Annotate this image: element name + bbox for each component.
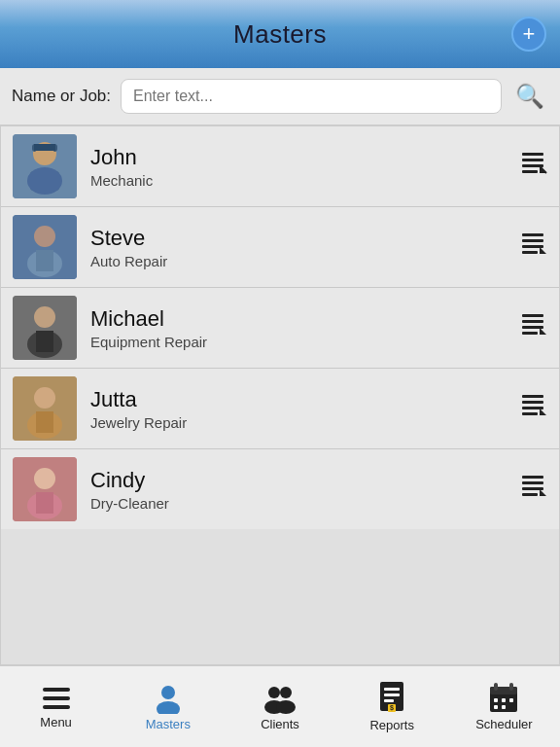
header: Masters + <box>0 0 560 68</box>
person-icon <box>153 683 184 714</box>
group-icon <box>262 683 298 714</box>
report-icon: $ <box>378 682 405 715</box>
svg-rect-49 <box>43 688 70 692</box>
svg-rect-35 <box>522 395 543 398</box>
svg-rect-28 <box>522 326 543 329</box>
edit-icon[interactable] <box>518 230 547 266</box>
svg-rect-70 <box>509 698 513 702</box>
svg-marker-39 <box>540 409 546 415</box>
svg-rect-66 <box>494 683 498 691</box>
page-title: Masters <box>233 19 327 50</box>
svg-marker-48 <box>540 489 546 496</box>
nav-item-scheduler[interactable]: Scheduler <box>448 666 560 747</box>
svg-rect-29 <box>522 332 538 335</box>
svg-rect-44 <box>522 476 543 479</box>
add-master-button[interactable]: + <box>511 17 546 52</box>
svg-rect-46 <box>522 487 543 490</box>
nav-label-scheduler: Scheduler <box>475 717 533 731</box>
magnify-icon: 🔍 <box>515 83 544 110</box>
master-role: Dry-Cleaner <box>90 495 510 512</box>
masters-list: John Mechanic <box>0 125 560 665</box>
svg-rect-34 <box>36 411 53 433</box>
master-info: Steve Auto Repair <box>90 226 510 269</box>
calendar-icon <box>488 683 519 714</box>
svg-rect-18 <box>522 239 543 242</box>
svg-point-54 <box>268 687 280 698</box>
master-info: Michael Equipment Repair <box>90 306 510 350</box>
svg-rect-6 <box>34 144 55 151</box>
list-item[interactable]: John Mechanic <box>1 126 559 207</box>
menu-icon <box>41 685 72 712</box>
list-item[interactable]: Cindy Dry-Cleaner <box>1 449 559 529</box>
master-name: Steve <box>90 226 510 251</box>
edit-icon[interactable] <box>518 391 547 427</box>
svg-marker-30 <box>540 328 546 335</box>
master-info: Jutta Jewelry Repair <box>90 387 510 431</box>
svg-point-23 <box>34 306 55 328</box>
search-label: Name or Job: <box>12 87 111 106</box>
nav-item-clients[interactable]: Clients <box>224 666 335 747</box>
master-name: Michael <box>90 306 510 332</box>
master-name: Jutta <box>90 387 510 412</box>
svg-rect-59 <box>384 688 400 691</box>
edit-icon[interactable] <box>518 310 547 346</box>
master-role: Jewelry Repair <box>90 414 510 431</box>
svg-point-56 <box>280 687 292 698</box>
master-role: Mechanic <box>90 172 510 189</box>
svg-rect-10 <box>522 170 538 173</box>
master-info: Cindy Dry-Cleaner <box>90 468 510 512</box>
nav-label-clients: Clients <box>261 717 299 731</box>
plus-icon: + <box>523 23 536 45</box>
svg-rect-67 <box>509 683 513 691</box>
svg-rect-25 <box>36 331 53 352</box>
svg-rect-47 <box>522 493 538 496</box>
list-item[interactable]: Steve Auto Repair <box>1 207 559 288</box>
svg-rect-36 <box>522 401 543 404</box>
nav-item-masters[interactable]: Masters <box>112 666 224 747</box>
svg-rect-38 <box>522 412 538 415</box>
search-bar: Name or Job: 🔍 <box>0 68 560 125</box>
svg-text:$: $ <box>390 704 394 712</box>
list-item[interactable]: Jutta Jewelry Repair <box>1 369 559 449</box>
svg-rect-20 <box>522 251 538 254</box>
nav-label-masters: Masters <box>146 717 191 731</box>
svg-point-52 <box>161 686 175 699</box>
svg-rect-72 <box>502 705 506 709</box>
svg-point-41 <box>34 468 55 489</box>
svg-rect-8 <box>522 159 543 161</box>
avatar <box>13 376 77 441</box>
avatar <box>13 296 77 360</box>
master-name: John <box>90 145 510 170</box>
svg-point-57 <box>276 700 296 714</box>
svg-rect-45 <box>522 481 543 484</box>
svg-rect-69 <box>502 698 506 702</box>
svg-rect-37 <box>522 407 543 409</box>
avatar <box>13 134 77 198</box>
edit-icon[interactable] <box>518 472 547 508</box>
edit-icon[interactable] <box>518 149 547 185</box>
search-button[interactable]: 🔍 <box>511 78 548 115</box>
svg-rect-7 <box>522 153 543 156</box>
svg-rect-60 <box>384 694 400 696</box>
svg-rect-61 <box>384 699 394 702</box>
svg-rect-27 <box>522 320 543 323</box>
svg-rect-26 <box>522 314 543 317</box>
master-name: Cindy <box>90 468 510 493</box>
svg-rect-71 <box>494 705 498 709</box>
svg-rect-68 <box>494 698 498 702</box>
search-input[interactable] <box>121 79 502 114</box>
svg-rect-19 <box>522 245 543 248</box>
svg-point-14 <box>34 226 55 247</box>
master-info: John Mechanic <box>90 145 510 189</box>
nav-item-menu[interactable]: Menu <box>0 666 112 747</box>
svg-rect-16 <box>36 250 53 271</box>
avatar <box>13 215 77 279</box>
list-item[interactable]: Michael Equipment Repair <box>1 288 559 369</box>
svg-rect-50 <box>43 696 70 700</box>
svg-rect-17 <box>522 233 543 236</box>
nav-item-reports[interactable]: $ Reports <box>336 666 448 747</box>
svg-point-5 <box>27 167 62 195</box>
content-area: Name or Job: 🔍 John <box>0 68 560 665</box>
bottom-nav: Menu Masters Clients $ Reports <box>0 665 560 747</box>
nav-label-menu: Menu <box>40 715 72 729</box>
